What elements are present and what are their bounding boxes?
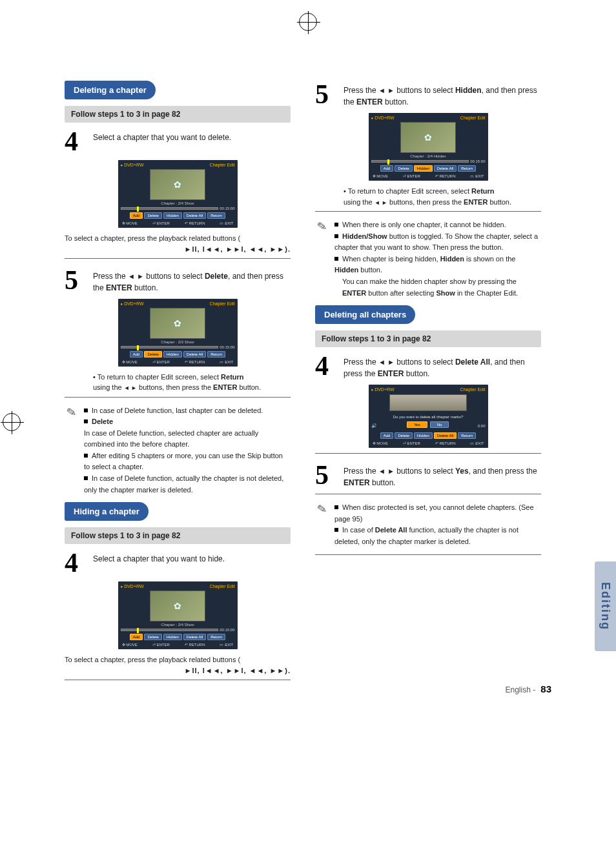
osd-footer-move: MOVE [376, 441, 388, 445]
osd-btn-delete-all: Delete All [434, 165, 457, 172]
osd-chapter-line: Chapter : 2/4 Hidden [371, 154, 486, 158]
osd-footer-return: RETURN [440, 441, 456, 445]
osd-footer-exit: EXIT [225, 643, 233, 647]
osd-footer: ✥ MOVE ⏎ ENTER ↶ RETURN ▭ EXIT [121, 359, 235, 364]
step-number: 4 [65, 128, 93, 155]
osd-footer-enter: ENTER [407, 174, 420, 178]
divider [315, 554, 541, 555]
osd-footer: ✥ MOVE ⏎ ENTER ↶ RETURN ▭ EXIT [121, 642, 235, 647]
osd-time: 00:15:00 [220, 345, 234, 349]
osd-chapter-line: Chapter : 2/4 Show [121, 623, 235, 627]
divider [315, 211, 541, 212]
osd-footer-move: MOVE [126, 643, 138, 647]
osd-timeline: 00:15:00 [121, 345, 235, 349]
step-text: Press the ◄ ► buttons to select Delete A… [344, 352, 541, 379]
osd-footer-exit: EXIT [475, 441, 484, 445]
osd-btn-add: Add [130, 634, 143, 640]
divider [315, 453, 541, 454]
speaker-icon: 🔊 [371, 423, 377, 429]
step-4-deleting: 4 Select a chapter that you want to dele… [65, 128, 291, 155]
note-item: After editing 5 chapters or more, you ca… [84, 452, 283, 471]
osd-btn-delete: Delete [144, 212, 161, 219]
note-item-bold: Hidden/Show [342, 232, 387, 240]
osd-screenshot-hiding-4: DVD+RWChapter Edit ✿ Chapter : 2/4 Show … [118, 581, 238, 649]
note-item-bold: Delete [92, 418, 113, 425]
note-item: When disc protected is set, you cannot d… [334, 503, 534, 523]
right-column: 5 Press the ◄ ► buttons to select Hidden… [315, 81, 541, 688]
osd-thumbnail: ✿ [150, 590, 205, 621]
osd-footer-return: RETURN [189, 643, 205, 647]
step-5-hiding: 5 Press the ◄ ► buttons to select Hidden… [315, 81, 541, 108]
playback-buttons-glyphs: ►II, I◄◄, ►►I, ◄◄, ►►). [65, 667, 291, 674]
leaf-icon: ✿ [424, 132, 432, 143]
osd-footer-move: MOVE [376, 174, 388, 178]
play-note: To select a chapter, press the playback … [65, 654, 291, 665]
osd-disc-label: DVD+RW [371, 116, 395, 120]
osd-footer-enter: ENTER [157, 221, 170, 225]
divider [65, 680, 291, 680]
page-number: English - 83 [505, 683, 551, 694]
return-instruction: • To return to chapter Edit screen, sele… [344, 186, 541, 207]
osd-chapter-line: Chapter : 2/4 Show [121, 201, 235, 205]
osd-time: 0:00 [478, 424, 486, 428]
note-item: In case of Delete function, last chapter… [92, 407, 263, 414]
section-title-deleting-all: Deleting all chapters [315, 305, 415, 324]
osd-dialog-thumbnail [389, 394, 467, 411]
osd-footer-exit: EXIT [225, 221, 233, 225]
osd-dialog-no: No [430, 421, 449, 428]
osd-thumbnail: ✿ [400, 122, 456, 153]
osd-btn-return: Return [207, 212, 225, 219]
osd-btn-hidden: Hidden [414, 432, 433, 439]
osd-header: Chapter Edit [460, 387, 486, 392]
step-text: Press the ◄ ► buttons to select Yes, and… [344, 461, 541, 489]
osd-footer-move: MOVE [126, 360, 138, 364]
osd-thumbnail: ✿ [150, 169, 205, 200]
note-icon: ✎ [64, 404, 80, 420]
step-text: Press the ◄ ► buttons to select Delete, … [93, 267, 291, 294]
step-number: 5 [315, 81, 344, 108]
osd-button-row: Add Delete Hidden Delete All Return [121, 351, 235, 358]
page: Deleting a chapter Follow steps 1 to 3 i… [0, 0, 616, 714]
osd-timeline: 00:15:00 [121, 628, 235, 632]
osd-btn-add: Add [130, 212, 143, 219]
osd-footer-enter: ENTER [157, 643, 170, 647]
osd-footer-exit: EXIT [225, 360, 233, 364]
osd-footer-enter: ENTER [407, 441, 420, 445]
step-4-hiding: 4 Select a chapter that you want to hide… [65, 549, 291, 576]
osd-btn-delete: Delete [395, 165, 412, 172]
osd-button-row: Add Delete Hidden Delete All Return [121, 212, 235, 219]
osd-chapter-line: Chapter : 2/3 Show [121, 340, 235, 344]
osd-screenshot-deleting-4: DVD+RWChapter Edit ✿ Chapter : 2/4 Show … [118, 160, 238, 228]
osd-disc-label: DVD+RW [371, 387, 395, 392]
osd-btn-return: Return [458, 432, 476, 439]
osd-button-row: Add Delete Hidden Delete All Return [371, 165, 486, 172]
note-item: When there is only one chapter, it canno… [342, 221, 506, 228]
osd-header: Chapter Edit [210, 584, 235, 589]
note-item: You can make the hidden chapter show by … [342, 278, 517, 285]
osd-footer: ✥ MOVE ⏎ ENTER ↶ RETURN ▭ EXIT [371, 441, 486, 445]
section-title-hiding-chapter: Hiding a chapter [65, 502, 149, 521]
osd-thumbnail: ✿ [150, 308, 205, 339]
osd-timeline: 00:15:00 [121, 207, 235, 210]
osd-footer-enter: ENTER [157, 360, 170, 364]
step-4-deleting-all: 4 Press the ◄ ► buttons to select Delete… [315, 352, 541, 379]
osd-btn-delete: Delete [395, 432, 412, 439]
osd-screenshot-delete-all-dialog: DVD+RWChapter Edit Do you want to delete… [369, 385, 488, 448]
osd-footer-return: RETURN [440, 174, 456, 178]
leaf-icon: ✿ [174, 601, 181, 611]
osd-btn-delete-all: Delete All [183, 351, 206, 358]
leaf-icon: ✿ [174, 318, 181, 328]
leaf-icon: ✿ [174, 179, 181, 190]
osd-footer: ✥ MOVE ⏎ ENTER ↶ RETURN ▭ EXIT [371, 174, 486, 178]
osd-timeline: 00:15:00 [371, 159, 486, 163]
osd-header: Chapter Edit [210, 301, 235, 306]
osd-header: Chapter Edit [210, 163, 235, 167]
step-text: Press the ◄ ► buttons to select Hidden, … [344, 81, 541, 108]
note-icon: ✎ [314, 501, 331, 518]
follow-steps-2: Follow steps 1 to 3 in page 82 [65, 527, 291, 544]
osd-timeline-dialog: 🔊 Yes No 0:00 [371, 421, 486, 430]
osd-btn-delete-all: Delete All [434, 432, 457, 439]
step-5-deleting: 5 Press the ◄ ► buttons to select Delete… [65, 267, 291, 294]
osd-btn-add: Add [380, 165, 394, 172]
osd-disc-label: DVD+RW [121, 163, 144, 167]
